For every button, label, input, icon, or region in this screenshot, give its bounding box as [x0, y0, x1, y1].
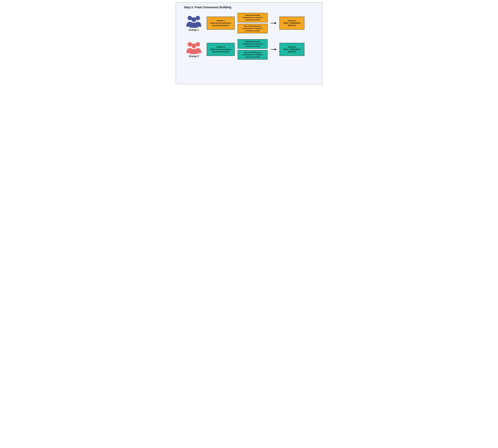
domain2-contributions-stack: Individual group(s)contributions to doma…	[238, 39, 267, 60]
group2-label: Group 2	[189, 55, 199, 58]
people-group-icon	[185, 41, 202, 54]
svg-marker-4	[275, 22, 277, 24]
group-row-1: Group 1 Domain 1Small Group ConsensusRes…	[184, 13, 316, 33]
diagram-title: Step 3: Final Consensus Building	[184, 6, 316, 9]
domain2-rest-contrib-box: Rest of the big groupcontributions to do…	[238, 50, 267, 60]
svg-point-6	[196, 42, 200, 47]
group1-label: Group 1	[189, 28, 199, 32]
svg-point-0	[188, 16, 192, 20]
arrow-icon	[270, 22, 277, 25]
domain1-individual-contrib-box: Individual group(s)contributions to doma…	[238, 13, 267, 22]
domain1-rest-contrib-box: Rest of the big groupcontributions to do…	[238, 24, 267, 33]
domain1-contributions-stack: Individual group(s)contributions to doma…	[238, 13, 267, 33]
arrow-icon	[270, 48, 277, 51]
svg-point-2	[191, 17, 196, 22]
svg-marker-9	[275, 48, 277, 50]
diagram-frame: Step 3: Final Consensus Building Group 1…	[176, 2, 322, 84]
svg-point-7	[191, 44, 196, 48]
domain1-final-box: Domain 1FINAL CONSENSUSRESULTS	[280, 17, 304, 30]
domain1-main-box: Domain 1Small Group ConsensusResult Pres…	[207, 17, 235, 30]
domain2-main-box: Domain 2Small Group ConsensusResult Pres…	[207, 43, 235, 56]
group1-column: Group 1	[184, 15, 204, 32]
group-row-2: Group 2 Domain 2Small Group ConsensusRes…	[184, 39, 316, 60]
svg-point-1	[196, 16, 200, 20]
domain2-individual-contrib-box: Individual group(s)contributions to doma…	[238, 39, 267, 49]
domain2-final-box: Domain 2FINAL CONSENSUSRESULTS	[280, 43, 304, 56]
svg-point-5	[188, 42, 192, 47]
people-group-icon	[185, 15, 202, 28]
group2-column: Group 2	[184, 41, 204, 58]
